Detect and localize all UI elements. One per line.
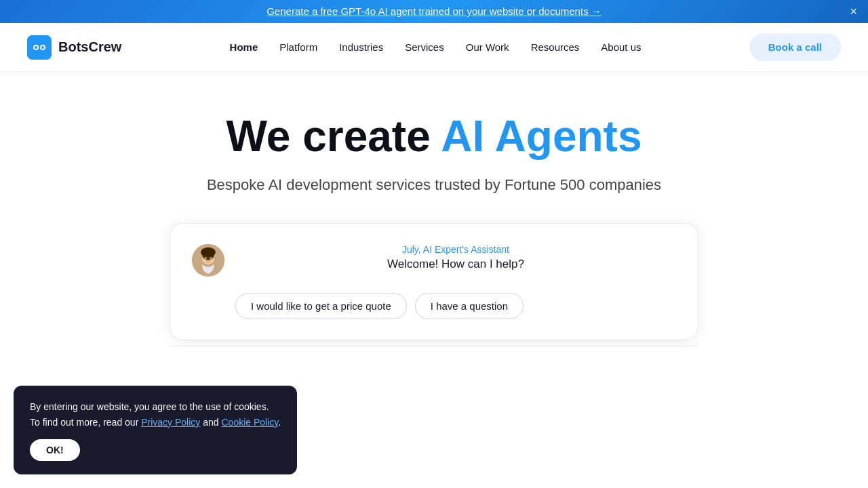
svg-point-9 [201,247,216,257]
privacy-policy-link[interactable]: Privacy Policy [141,417,200,428]
cookie-text: By entering our website, you agree to th… [30,399,281,430]
cookie-and-text: and [200,417,221,428]
chat-content: July, AI Expert's Assistant Welcome! How… [235,244,676,271]
banner-close-button[interactable]: × [850,5,857,18]
navbar: BotsCrew Home Platform Industries Servic… [0,23,868,72]
avatar-svg [192,244,224,277]
chat-message: July, AI Expert's Assistant Welcome! How… [192,244,676,277]
book-call-button[interactable]: Book a call [749,33,841,61]
bottom-divider [170,346,698,346]
chat-option-question[interactable]: I have a question [415,293,524,319]
logo-icon [27,35,52,60]
chat-agent-name: July, AI Expert's Assistant [235,244,676,255]
logo[interactable]: BotsCrew [27,35,121,60]
chat-options: I would like to get a price quote I have… [235,293,676,319]
cookie-ok-button[interactable]: OK! [30,439,80,461]
cookie-banner: By entering our website, you agree to th… [14,386,297,474]
svg-point-12 [205,258,206,260]
nav-about-us[interactable]: About us [601,41,641,53]
logo-svg [27,35,52,60]
chat-widget: July, AI Expert's Assistant Welcome! How… [170,223,698,340]
svg-point-4 [41,46,44,49]
nav-resources[interactable]: Resources [531,41,580,53]
hero-title-plain: We create [226,112,441,161]
svg-point-3 [35,46,37,49]
nav-home[interactable]: Home [230,41,258,53]
svg-point-13 [210,258,212,260]
cookie-policy-link[interactable]: Cookie Policy [221,417,278,428]
hero-section: We create AI Agents Bespoke AI developme… [0,72,868,367]
nav-industries[interactable]: Industries [339,41,383,53]
hero-subtitle: Bespoke AI development services trusted … [197,174,671,196]
top-banner: Generate a free GPT-4o AI agent trained … [0,0,868,23]
logo-text: BotsCrew [58,39,121,55]
chat-welcome-message: Welcome! How can I help? [235,258,676,271]
chat-avatar [192,244,224,277]
hero-title: We create AI Agents [27,113,841,160]
hero-title-accent: AI Agents [441,112,642,161]
banner-link[interactable]: Generate a free GPT-4o AI agent trained … [267,5,601,17]
nav-services[interactable]: Services [405,41,444,53]
nav-links: Home Platform Industries Services Our Wo… [230,41,642,54]
cookie-text-suffix: . [278,417,281,428]
nav-platform[interactable]: Platform [279,41,317,53]
svg-rect-0 [27,35,52,60]
chat-option-price-quote[interactable]: I would like to get a price quote [235,293,407,319]
nav-our-work[interactable]: Our Work [466,41,509,53]
